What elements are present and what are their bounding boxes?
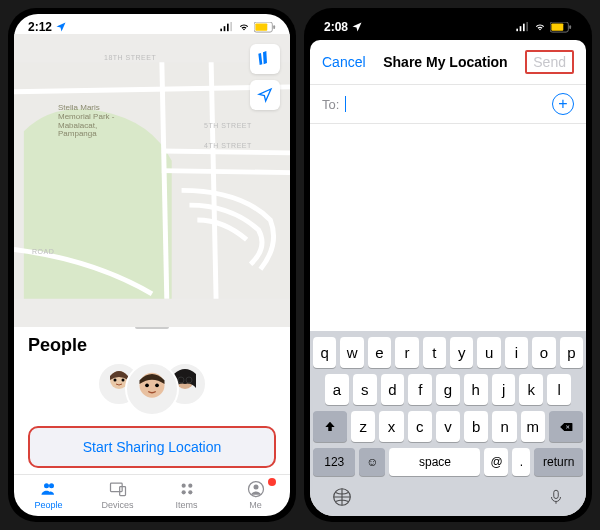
key-return[interactable]: return	[534, 448, 583, 476]
svg-rect-30	[551, 23, 563, 30]
keyboard-bottom-row	[313, 482, 583, 508]
key-y[interactable]: y	[450, 337, 473, 368]
tab-me[interactable]: Me	[221, 479, 290, 510]
key-f[interactable]: f	[408, 374, 432, 405]
modal-title: Share My Location	[383, 54, 507, 70]
phone-find-my: 2:12 Stell	[8, 8, 296, 522]
key-h[interactable]: h	[464, 374, 488, 405]
tab-label: Me	[249, 500, 262, 510]
keyboard-row-3: z x c v b n m	[313, 411, 583, 442]
key-a[interactable]: a	[325, 374, 349, 405]
key-p[interactable]: p	[560, 337, 583, 368]
svg-rect-26	[520, 26, 522, 31]
map-park-label: Stella Maris Memorial Park - Mabalacat, …	[58, 104, 114, 139]
svg-point-20	[188, 484, 192, 488]
key-r[interactable]: r	[395, 337, 418, 368]
cancel-button[interactable]: Cancel	[322, 54, 366, 70]
globe-icon[interactable]	[331, 486, 353, 508]
key-g[interactable]: g	[436, 374, 460, 405]
svg-point-10	[122, 379, 125, 382]
key-t[interactable]: t	[423, 337, 446, 368]
memoji	[125, 362, 179, 416]
battery-icon	[254, 22, 276, 33]
map-locate-button[interactable]	[250, 80, 280, 110]
tab-label: Items	[175, 500, 197, 510]
location-arrow-icon	[257, 87, 273, 103]
map[interactable]: Stella Maris Memorial Park - Mabalacat, …	[14, 34, 290, 327]
shift-icon	[323, 420, 337, 434]
start-sharing-button[interactable]: Start Sharing Location	[28, 426, 276, 468]
svg-rect-27	[523, 24, 525, 32]
tab-items[interactable]: Items	[152, 479, 221, 510]
to-input[interactable]	[352, 97, 546, 112]
wifi-icon	[533, 22, 547, 32]
items-icon	[177, 479, 197, 499]
key-o[interactable]: o	[532, 337, 555, 368]
key-w[interactable]: w	[340, 337, 363, 368]
keyboard-row-2: a s d f g h j k l	[313, 374, 583, 405]
status-time: 2:08	[324, 20, 348, 34]
key-n[interactable]: n	[492, 411, 516, 442]
key-q[interactable]: q	[313, 337, 336, 368]
key-e[interactable]: e	[368, 337, 391, 368]
people-sheet[interactable]: People Start Sharing Location	[14, 317, 290, 474]
svg-rect-25	[516, 29, 518, 32]
status-icons	[220, 22, 276, 33]
key-x[interactable]: x	[379, 411, 403, 442]
to-row: To: +	[310, 85, 586, 124]
key-emoji[interactable]: ☺	[359, 448, 385, 476]
key-z[interactable]: z	[351, 411, 375, 442]
map-type-button[interactable]	[250, 44, 280, 74]
key-at[interactable]: @	[484, 448, 508, 476]
svg-rect-0	[220, 29, 222, 32]
status-icons	[516, 22, 572, 33]
tab-label: People	[34, 500, 62, 510]
svg-rect-33	[554, 490, 559, 498]
phone-share-location: 2:08 Cancel Share My Location Send To: +	[304, 8, 592, 522]
key-dot[interactable]: .	[512, 448, 530, 476]
key-v[interactable]: v	[436, 411, 460, 442]
svg-point-9	[114, 379, 117, 382]
key-k[interactable]: k	[519, 374, 543, 405]
key-123[interactable]: 123	[313, 448, 355, 476]
key-u[interactable]: u	[477, 337, 500, 368]
person-icon	[246, 479, 266, 499]
signal-icon	[516, 22, 530, 32]
map-background	[14, 34, 290, 327]
key-l[interactable]: l	[547, 374, 571, 405]
mic-icon[interactable]	[547, 486, 565, 508]
key-m[interactable]: m	[521, 411, 545, 442]
battery-icon	[550, 22, 572, 33]
street-label: 18TH STREET	[104, 54, 156, 61]
location-arrow-icon	[55, 21, 67, 33]
key-backspace[interactable]	[549, 411, 583, 442]
map-layers-icon	[257, 51, 273, 67]
key-c[interactable]: c	[408, 411, 432, 442]
text-cursor	[345, 96, 346, 112]
key-b[interactable]: b	[464, 411, 488, 442]
svg-point-21	[181, 490, 185, 494]
key-shift[interactable]	[313, 411, 347, 442]
svg-point-19	[181, 484, 185, 488]
people-icon	[39, 479, 59, 499]
svg-point-13	[155, 383, 159, 387]
key-s[interactable]: s	[353, 374, 377, 405]
key-d[interactable]: d	[381, 374, 405, 405]
location-arrow-icon	[351, 21, 363, 33]
devices-icon	[108, 479, 128, 499]
send-button[interactable]: Send	[525, 50, 574, 74]
modal-header: Cancel Share My Location Send	[310, 40, 586, 85]
svg-rect-3	[230, 22, 232, 31]
screen: 2:08 Cancel Share My Location Send To: +	[310, 14, 586, 516]
key-j[interactable]: j	[492, 374, 516, 405]
to-label: To:	[322, 97, 339, 112]
add-contact-button[interactable]: +	[552, 93, 574, 115]
street-label: ROAD	[32, 248, 54, 255]
status-time: 2:12	[28, 20, 52, 34]
svg-rect-6	[273, 25, 275, 29]
key-space[interactable]: space	[389, 448, 480, 476]
signal-icon	[220, 22, 234, 32]
key-i[interactable]: i	[505, 337, 528, 368]
tab-people[interactable]: People	[14, 479, 83, 510]
tab-devices[interactable]: Devices	[83, 479, 152, 510]
